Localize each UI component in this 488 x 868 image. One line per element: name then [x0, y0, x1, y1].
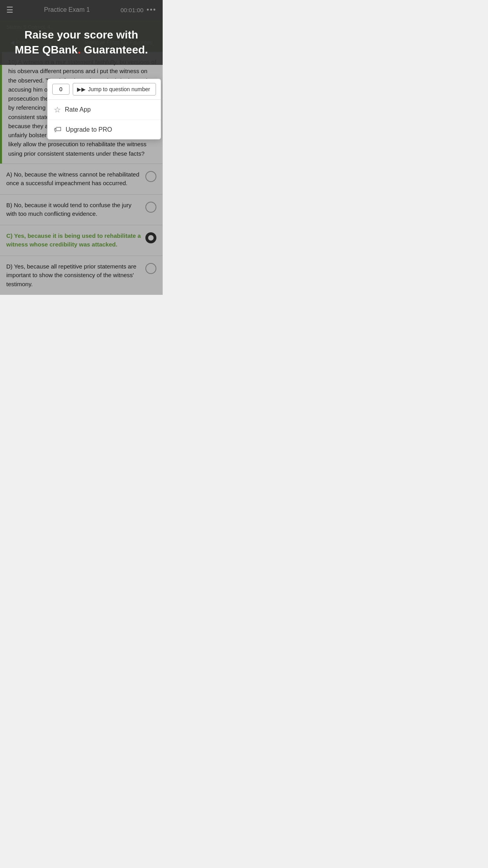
jump-button[interactable]: ▶▶ Jump to question number	[73, 83, 156, 96]
tag-icon: 🏷	[54, 125, 62, 134]
upgrade-label: Upgrade to PRO	[66, 126, 112, 133]
jump-button-label: Jump to question number	[88, 86, 150, 92]
promo-mbe: MBE QBank	[15, 44, 77, 56]
jump-number-input[interactable]	[52, 84, 70, 95]
jump-section: ▶▶ Jump to question number	[48, 79, 161, 100]
star-icon: ☆	[54, 105, 61, 114]
promo-line1: Raise your score with	[8, 28, 155, 42]
promo-line2: MBE QBank. Guaranteed.	[8, 43, 155, 57]
promo-guaranteed: Guaranteed.	[81, 44, 148, 56]
dropdown-menu: ▶▶ Jump to question number ☆ Rate App 🏷 …	[47, 79, 161, 140]
promo-banner: Raise your score with MBE QBank. Guarant…	[0, 20, 163, 65]
rate-app-item[interactable]: ☆ Rate App	[48, 100, 161, 120]
upgrade-item[interactable]: 🏷 Upgrade to PRO	[48, 120, 161, 139]
rate-app-label: Rate App	[65, 106, 91, 113]
jump-icon: ▶▶	[77, 86, 86, 92]
